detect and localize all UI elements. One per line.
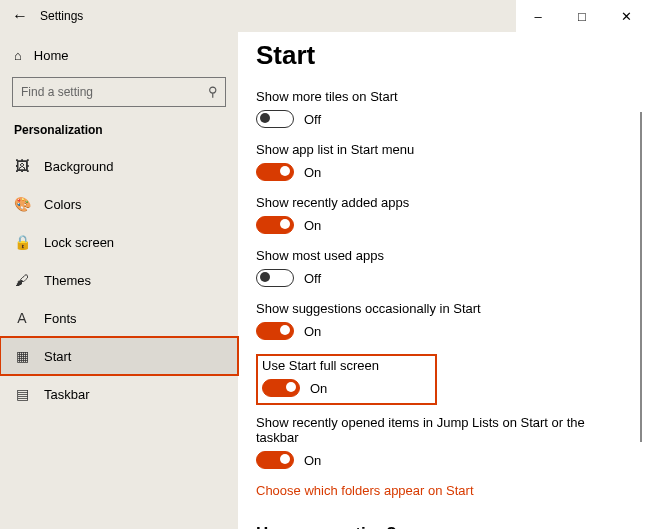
page-title: Start (256, 40, 630, 71)
setting-label: Show recently opened items in Jump Lists… (256, 415, 630, 445)
toggle-jumplists[interactable] (256, 451, 294, 469)
sidebar-item-colors[interactable]: 🎨Colors (0, 185, 238, 223)
folders-link[interactable]: Choose which folders appear on Start (256, 483, 630, 498)
start-icon: ▦ (14, 348, 30, 364)
content-pane: Start Show more tiles on Start Off Show … (238, 32, 648, 529)
lock-icon: 🔒 (14, 234, 30, 250)
titlebar: ← Settings – □ ✕ (0, 0, 648, 32)
setting-label: Show recently added apps (256, 195, 630, 210)
setting-suggestions: Show suggestions occasionally in Start O… (256, 301, 630, 340)
minimize-button[interactable]: – (516, 0, 560, 32)
toggle-state: On (304, 218, 321, 233)
sidebar-item-lockscreen[interactable]: 🔒Lock screen (0, 223, 238, 261)
toggle-state: Off (304, 112, 321, 127)
setting-app-list: Show app list in Start menu On (256, 142, 630, 181)
toggle-suggestions[interactable] (256, 322, 294, 340)
nav-label: Lock screen (44, 235, 114, 250)
setting-more-tiles: Show more tiles on Start Off (256, 89, 630, 128)
palette-icon: 🎨 (14, 196, 30, 212)
toggle-state: On (304, 324, 321, 339)
toggle-state: On (304, 453, 321, 468)
back-button[interactable]: ← (0, 7, 40, 25)
sidebar-item-fonts[interactable]: AFonts (0, 299, 238, 337)
home-icon: ⌂ (14, 48, 22, 63)
nav-label: Start (44, 349, 71, 364)
category-label: Personalization (0, 123, 238, 147)
nav-label: Taskbar (44, 387, 90, 402)
question-heading: Have a question? (256, 524, 630, 529)
sidebar: ⌂ Home ⚲ Personalization 🖼Background 🎨Co… (0, 32, 238, 529)
nav-list: 🖼Background 🎨Colors 🔒Lock screen 🖌Themes… (0, 147, 238, 413)
maximize-button[interactable]: □ (560, 0, 604, 32)
sidebar-item-themes[interactable]: 🖌Themes (0, 261, 238, 299)
home-label: Home (34, 48, 69, 63)
nav-label: Background (44, 159, 113, 174)
nav-label: Colors (44, 197, 82, 212)
sidebar-item-taskbar[interactable]: ▤Taskbar (0, 375, 238, 413)
scrollbar[interactable] (640, 112, 642, 442)
setting-label: Show more tiles on Start (256, 89, 630, 104)
toggle-app-list[interactable] (256, 163, 294, 181)
setting-label: Show suggestions occasionally in Start (256, 301, 630, 316)
toggle-state: On (310, 381, 327, 396)
home-button[interactable]: ⌂ Home (0, 42, 238, 77)
toggle-fullscreen[interactable] (262, 379, 300, 397)
search-icon: ⚲ (208, 84, 218, 99)
setting-fullscreen-highlight: Use Start full screen On (256, 354, 437, 405)
setting-recently-added: Show recently added apps On (256, 195, 630, 234)
nav-label: Fonts (44, 311, 77, 326)
sidebar-item-start[interactable]: ▦Start (0, 337, 238, 375)
setting-label: Show most used apps (256, 248, 630, 263)
font-icon: A (14, 310, 30, 326)
setting-jumplists: Show recently opened items in Jump Lists… (256, 415, 630, 469)
setting-label: Use Start full screen (262, 358, 379, 373)
nav-label: Themes (44, 273, 91, 288)
window-controls: – □ ✕ (516, 0, 648, 32)
toggle-recently-added[interactable] (256, 216, 294, 234)
brush-icon: 🖌 (14, 272, 30, 288)
setting-most-used: Show most used apps Off (256, 248, 630, 287)
toggle-state: On (304, 165, 321, 180)
search-input[interactable] (12, 77, 226, 107)
toggle-more-tiles[interactable] (256, 110, 294, 128)
close-button[interactable]: ✕ (604, 0, 648, 32)
setting-label: Show app list in Start menu (256, 142, 630, 157)
window-title: Settings (40, 9, 83, 23)
toggle-most-used[interactable] (256, 269, 294, 287)
taskbar-icon: ▤ (14, 386, 30, 402)
sidebar-item-background[interactable]: 🖼Background (0, 147, 238, 185)
picture-icon: 🖼 (14, 158, 30, 174)
toggle-state: Off (304, 271, 321, 286)
